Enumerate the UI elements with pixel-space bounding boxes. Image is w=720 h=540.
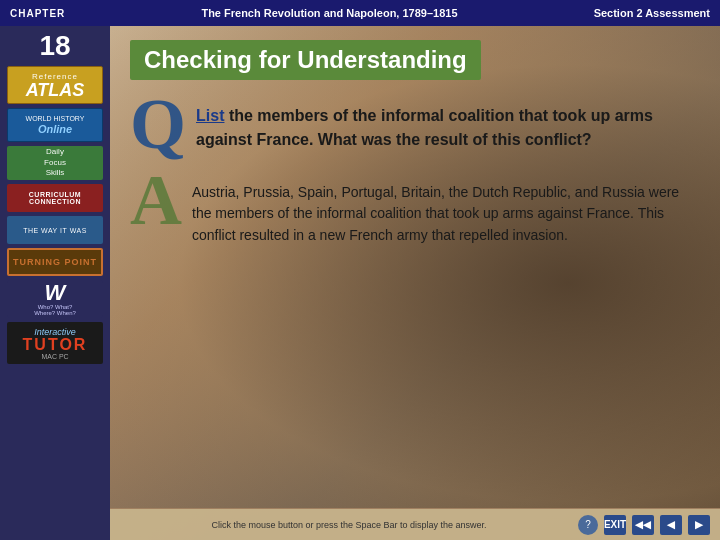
chapter-number: 18	[39, 32, 70, 60]
sidebar-item-curriculum[interactable]: CURRICULUM CONNECTION	[7, 184, 103, 212]
sidebar-item-interactive-tutor[interactable]: Interactive TUTOR MAC PC	[7, 322, 103, 364]
exit-button[interactable]: EXIT	[604, 515, 626, 535]
sidebar-item-world-history[interactable]: WORLD HISTORY Online	[7, 108, 103, 142]
daily-focus-label: DailyFocusSkills	[44, 147, 66, 178]
sidebar-item-wwww[interactable]: W Who? What?Where? When?	[7, 280, 103, 318]
question-keyword: List	[196, 107, 224, 124]
page-title: The French Revolution and Napoleon, 1789…	[65, 7, 593, 19]
nav-prev-button[interactable]: ◀	[660, 515, 682, 535]
sidebar: 18 Reference ATLAS WORLD HISTORY Online …	[0, 26, 110, 540]
chapter-label: CHAPTER	[10, 8, 65, 19]
answer-section: A Austria, Prussia, Spain, Portugal, Bri…	[130, 172, 700, 247]
nav-prev-prev-button[interactable]: ◀◀	[632, 515, 654, 535]
atlas-label: ATLAS	[26, 81, 85, 99]
world-history-online: Online	[38, 123, 72, 135]
question-text: List the members of the informal coaliti…	[196, 96, 700, 152]
top-bar-left: CHAPTER	[10, 8, 65, 19]
wwww-labels: Who? What?Where? When?	[34, 304, 76, 316]
a-icon: A	[130, 172, 182, 230]
top-bar: CHAPTER The French Revolution and Napole…	[0, 0, 720, 26]
bottom-icons: ? EXIT ◀◀ ◀ ▶	[578, 515, 710, 535]
tutor-interactive-label: Interactive	[34, 327, 76, 337]
tutor-label: TUTOR	[23, 337, 88, 353]
turning-label: TURNING POINT	[13, 257, 97, 267]
theway-label: THE WAY IT WAS	[23, 227, 87, 234]
section-heading: Checking for Understanding	[130, 40, 481, 80]
main-content: Checking for Understanding Q List the me…	[110, 26, 720, 540]
world-history-label: WORLD HISTORY	[26, 115, 85, 123]
q-icon: Q	[130, 96, 186, 154]
bottom-bar: Click the mouse button or press the Spac…	[110, 508, 720, 540]
content-panel: Checking for Understanding Q List the me…	[110, 26, 720, 540]
help-button[interactable]: ?	[578, 515, 598, 535]
sidebar-item-atlas[interactable]: Reference ATLAS	[7, 66, 103, 104]
question-section: Q List the members of the informal coali…	[130, 96, 700, 154]
answer-text: Austria, Prussia, Spain, Portugal, Brita…	[192, 172, 700, 247]
sidebar-item-turning-point[interactable]: TURNING POINT	[7, 248, 103, 276]
nav-next-button[interactable]: ▶	[688, 515, 710, 535]
question-body: the members of the informal coalition th…	[196, 107, 653, 148]
curriculum-label: CURRICULUM CONNECTION	[9, 191, 101, 205]
wwww-w-letter: W	[45, 282, 66, 304]
bottom-instruction: Click the mouse button or press the Spac…	[120, 520, 578, 530]
section-label: Section 2 Assessment	[594, 7, 710, 19]
tutor-platforms: MAC PC	[41, 353, 68, 360]
sidebar-item-theway[interactable]: THE WAY IT WAS	[7, 216, 103, 244]
sidebar-item-daily-focus[interactable]: DailyFocusSkills	[7, 146, 103, 180]
